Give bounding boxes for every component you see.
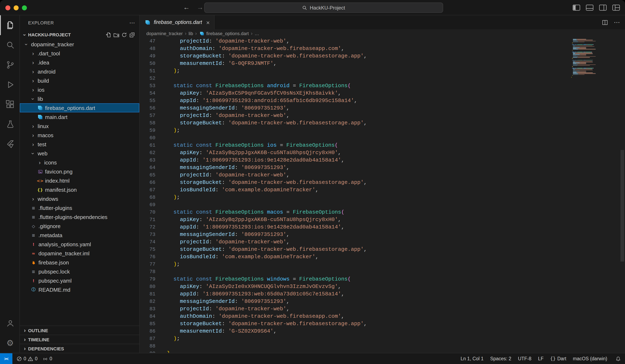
- customize-layout-icon[interactable]: [612, 4, 620, 10]
- account-icon[interactable]: [0, 313, 19, 333]
- tree-item-firebase_options.dart[interactable]: firebase_options.dart: [20, 103, 139, 112]
- tree-item-.gitignore[interactable]: ◇.gitignore: [20, 221, 139, 231]
- code-line: 62 apiKey: 'AIzaSyBq2ppJgxAK6B-cu5NTaU8h…: [140, 149, 625, 157]
- sidebar-panel-dependencies[interactable]: ›DEPENDENCIES: [20, 344, 139, 353]
- history-navigation: ← →: [183, 0, 203, 15]
- back-icon[interactable]: ←: [183, 4, 190, 11]
- tree-item-.flutter-plugins-dependencies[interactable]: ≡.flutter-plugins-dependencies: [20, 212, 139, 221]
- code-line: 82 messagingSenderId: '806997351293',: [140, 298, 625, 305]
- new-file-icon[interactable]: [105, 31, 112, 38]
- sidebar-panel-timeline[interactable]: ›TIMELINE: [20, 335, 139, 344]
- tree-item-icons[interactable]: ›icons: [20, 158, 139, 167]
- line-number: 55: [140, 97, 156, 105]
- new-folder-icon[interactable]: [113, 31, 120, 38]
- tree-item-favicon.png[interactable]: favicon.png: [20, 167, 139, 176]
- breadcrumb-item[interactable]: firebase_options.dart: [199, 31, 249, 36]
- tree-item-dopamine_tracker[interactable]: ›dopamine_tracker: [20, 40, 139, 49]
- tree-item-.metadata[interactable]: ≡.metadata: [20, 231, 139, 240]
- tree-item-README.md[interactable]: ⓘREADME.md: [20, 285, 139, 294]
- dart-icon: [144, 20, 151, 25]
- tree-item-windows[interactable]: ›windows: [20, 194, 139, 203]
- tree-item-linux[interactable]: ›linux: [20, 121, 139, 131]
- traffic-lights: [5, 5, 27, 10]
- search-icon[interactable]: [0, 35, 19, 55]
- tree-item-android[interactable]: ›android: [20, 67, 139, 76]
- breadcrumb-item[interactable]: dopamine_tracker: [146, 31, 183, 36]
- chevron-right-icon: ›: [30, 50, 36, 56]
- tree-item-manifest.json[interactable]: {}manifest.json: [20, 185, 139, 194]
- tree-item-web[interactable]: ›web: [20, 149, 139, 158]
- collapse-all-icon[interactable]: [129, 31, 135, 38]
- more-actions-icon[interactable]: ⋯: [129, 19, 135, 26]
- status-cursor-position[interactable]: Ln 1, Col 1: [458, 356, 486, 361]
- line-number: 78: [140, 268, 156, 275]
- refresh-icon[interactable]: [121, 31, 127, 38]
- code-line: 47 projectId: 'dopamine-tracker-web',: [140, 38, 625, 45]
- run-debug-icon[interactable]: [0, 75, 19, 95]
- line-number: 73: [140, 231, 156, 238]
- minimap[interactable]: [571, 39, 619, 78]
- forward-icon[interactable]: →: [197, 4, 203, 11]
- status-language[interactable]: {}Dart: [548, 356, 569, 361]
- tree-item-pubspec.lock[interactable]: ≡pubspec.lock: [20, 267, 139, 276]
- tree-item-analysis_options.yaml[interactable]: !analysis_options.yaml: [20, 240, 139, 249]
- tree-item-firebase.json[interactable]: firebase.json: [20, 258, 139, 267]
- code-editor[interactable]: 47 projectId: 'dopamine-tracker-web',48 …: [140, 38, 625, 353]
- close-icon[interactable]: ×: [206, 19, 210, 26]
- code-line: 72 appId: '1:806997351293:ios:9e1428e2da…: [140, 223, 625, 231]
- command-center-search[interactable]: HackKU-Project: [204, 2, 443, 13]
- line-number: 53: [140, 82, 156, 90]
- breadcrumb-item[interactable]: lib: [188, 31, 193, 36]
- explorer-icon[interactable]: [0, 15, 19, 35]
- line-number: 64: [140, 164, 156, 172]
- tree-item-ios[interactable]: ›ios: [20, 85, 139, 94]
- tree-item-.dart_tool[interactable]: ›.dart_tool: [20, 49, 139, 58]
- sidebar-panel-outline[interactable]: ›OUTLINE: [20, 326, 139, 335]
- toggle-secondary-sidebar-icon[interactable]: [599, 4, 607, 10]
- project-section-header[interactable]: › HACKKU-PROJECT: [20, 30, 139, 40]
- remote-indicator[interactable]: ><: [0, 353, 12, 364]
- dart-icon: [36, 106, 44, 110]
- ports-indicator[interactable]: 0: [40, 356, 55, 361]
- tree-item-.idea[interactable]: ›.idea: [20, 58, 139, 67]
- line-number: 79: [140, 275, 156, 283]
- line-number: 67: [140, 186, 156, 194]
- tree-item-label: analysis_options.yaml: [38, 241, 91, 247]
- tree-item-build[interactable]: ›build: [20, 76, 139, 85]
- problems-indicator[interactable]: 0 0: [14, 356, 40, 361]
- status-indentation[interactable]: Spaces: 2: [488, 356, 514, 361]
- toggle-panel-icon[interactable]: [586, 4, 594, 10]
- zoom-window-button[interactable]: [22, 5, 27, 10]
- tree-item-pubspec.yaml[interactable]: !pubspec.yaml: [20, 276, 139, 285]
- status-eol[interactable]: LF: [535, 356, 546, 361]
- code-line: 78: [140, 268, 625, 275]
- close-window-button[interactable]: [5, 5, 10, 10]
- code-line: 85 storageBucket: 'dopamine-tracker-web.…: [140, 320, 625, 328]
- toggle-sidebar-icon[interactable]: [572, 4, 580, 10]
- scrollbar-thumb[interactable]: [621, 150, 624, 262]
- tree-item-dopamine_tracker.iml[interactable]: ≈dopamine_tracker.iml: [20, 249, 139, 258]
- tree-item-.flutter-plugins[interactable]: ≡.flutter-plugins: [20, 203, 139, 212]
- tree-item-index.html[interactable]: <>index.html: [20, 176, 139, 185]
- notifications-bell-icon[interactable]: [613, 356, 625, 361]
- testing-icon[interactable]: [0, 115, 19, 134]
- settings-gear-icon[interactable]: ⚙: [0, 333, 19, 353]
- breadcrumb-separator: ›: [251, 30, 252, 36]
- breadcrumb-item[interactable]: …: [255, 31, 259, 36]
- status-encoding[interactable]: UTF-8: [515, 356, 534, 361]
- tree-item-test[interactable]: ›test: [20, 140, 139, 149]
- status-os[interactable]: macOS (darwin): [570, 356, 610, 361]
- tree-item-lib[interactable]: ›lib: [20, 94, 139, 103]
- split-editor-icon[interactable]: [602, 19, 608, 25]
- minimize-window-button[interactable]: [14, 5, 19, 10]
- workbench: ⚙ EXPLORER ⋯ › HACKKU-PROJECT ›dopamine_…: [0, 15, 625, 353]
- tree-item-main.dart[interactable]: main.dart: [20, 112, 139, 121]
- editor-more-actions-icon[interactable]: ⋯: [614, 19, 620, 26]
- tree-item-macos[interactable]: ›macos: [20, 131, 139, 140]
- source-control-icon[interactable]: [0, 55, 19, 75]
- tab-firebase-options[interactable]: firebase_options.dart ×: [140, 15, 214, 29]
- line-number: 83: [140, 305, 156, 313]
- line-number: 85: [140, 320, 156, 328]
- extensions-icon[interactable]: [0, 95, 19, 115]
- flutter-icon[interactable]: [0, 134, 19, 154]
